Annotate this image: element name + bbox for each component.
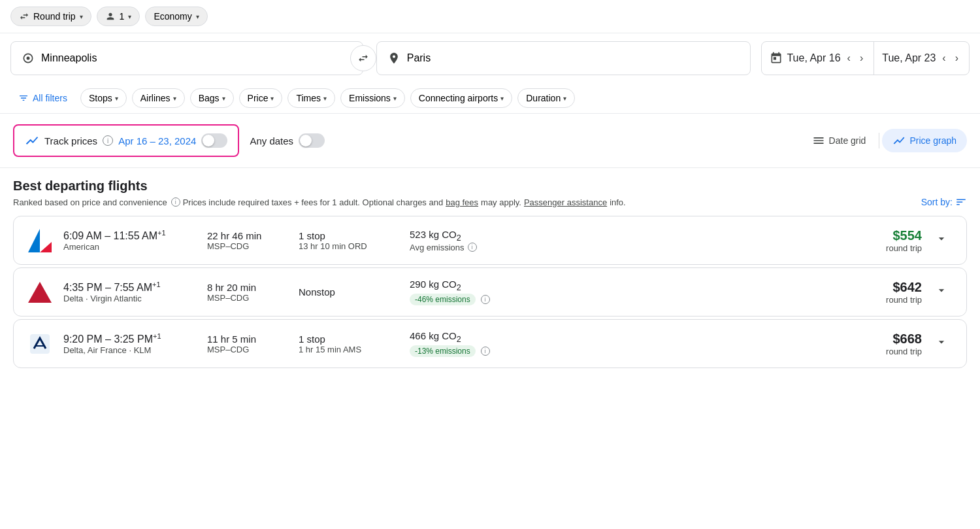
expand-button-1[interactable] xyxy=(930,279,953,305)
fees-note: Prices include required taxes + fees for… xyxy=(183,197,444,207)
expand-icon-2 xyxy=(935,335,948,349)
flight-price-label-2: round trip xyxy=(886,347,922,356)
any-dates-section: Any dates xyxy=(250,133,325,148)
airline-logo-af xyxy=(27,331,53,357)
emissions-info-1[interactable]: i xyxy=(481,295,490,304)
flight-airline-2: Delta, Air France · KLM xyxy=(63,345,194,355)
expand-button-0[interactable] xyxy=(930,227,953,254)
all-filters-button[interactable]: All filters xyxy=(10,89,75,107)
flight-time-range-0: 6:09 AM – 11:55 AM+1 xyxy=(63,229,194,242)
price-filter[interactable]: Price ▾ xyxy=(239,88,283,108)
round-trip-icon xyxy=(19,11,29,22)
flight-time-range-1: 4:35 PM – 7:55 AM+1 xyxy=(63,281,194,294)
flight-emissions-2: 466 kg CO2 -13% emissions i xyxy=(410,330,527,357)
flight-duration-1: 8 hr 20 min MSP–CDG xyxy=(207,282,286,303)
flight-emis-badge-1: -46% emissions i xyxy=(410,292,527,305)
flight-emis-badge-2: -13% emissions i xyxy=(410,344,527,357)
depart-date-field[interactable]: Tue, Apr 16 ‹ › xyxy=(762,42,874,75)
flight-co2-0: 523 kg CO2 xyxy=(410,229,527,243)
connecting-airports-filter[interactable]: Connecting airports ▾ xyxy=(410,88,512,108)
flight-avg-emis-0: Avg emissions i xyxy=(410,243,527,252)
price-chevron-icon: ▾ xyxy=(270,95,274,102)
flight-card-2[interactable]: 9:20 PM – 3:25 PM+1 Delta, Air France · … xyxy=(13,319,967,368)
price-graph-button[interactable]: Price graph xyxy=(882,129,967,152)
sort-button[interactable]: Sort by: xyxy=(921,196,967,208)
flight-price-0: $554 xyxy=(886,228,922,243)
flight-dur-route-2: MSP–CDG xyxy=(207,345,286,354)
bags-filter[interactable]: Bags ▾ xyxy=(190,88,234,108)
svg-marker-3 xyxy=(40,242,52,252)
flights-section: Best departing flights Ranked based on p… xyxy=(0,168,980,381)
duration-filter[interactable]: Duration ▾ xyxy=(517,88,575,108)
flight-price-wrap-1: $642 round trip xyxy=(886,280,922,305)
return-date-next[interactable]: › xyxy=(953,50,961,67)
track-prices-info-icon[interactable]: i xyxy=(103,135,113,146)
airline-logo-delta xyxy=(27,279,53,305)
ranked-info-icon[interactable]: i xyxy=(171,197,180,207)
flight-co2-2: 466 kg CO2 xyxy=(410,330,527,344)
flight-times-2: 9:20 PM – 3:25 PM+1 Delta, Air France · … xyxy=(63,332,194,355)
flight-stops-label-1: Nonstop xyxy=(299,286,397,298)
calendar-icon xyxy=(770,52,783,65)
origin-field[interactable] xyxy=(10,41,363,75)
pax-chevron-icon: ▾ xyxy=(128,13,131,20)
flight-co2-1: 290 kg CO2 xyxy=(410,279,527,292)
svg-marker-4 xyxy=(28,282,52,303)
flight-price-section-2: $668 round trip xyxy=(886,330,953,357)
passengers-selector[interactable]: 1 ▾ xyxy=(97,7,140,26)
flight-dur-route-1: MSP–CDG xyxy=(207,293,286,303)
origin-input[interactable] xyxy=(41,52,352,64)
stops-chevron-icon: ▾ xyxy=(115,95,118,102)
toggle-knob xyxy=(203,135,214,146)
flight-times-0: 6:09 AM – 11:55 AM+1 American xyxy=(63,229,194,252)
return-date-prev[interactable]: ‹ xyxy=(939,50,948,67)
track-prices-toggle[interactable] xyxy=(201,133,227,148)
cabin-class-label: Economy xyxy=(154,11,191,22)
airlines-chevron-icon: ▾ xyxy=(173,95,176,102)
track-prices-section: Track prices i Apr 16 – 23, 2024 xyxy=(13,124,239,157)
flight-price-2: $668 xyxy=(886,332,922,347)
view-divider xyxy=(879,133,879,148)
flight-duration-0: 22 hr 46 min MSP–CDG xyxy=(207,230,286,251)
depart-date-prev[interactable]: ‹ xyxy=(845,50,853,67)
times-chevron-icon: ▾ xyxy=(323,95,327,102)
bag-fees-link[interactable]: bag fees xyxy=(446,197,478,207)
airline-logo-american xyxy=(27,228,53,254)
american-airlines-logo xyxy=(28,229,52,252)
flight-card-1[interactable]: 4:35 PM – 7:55 AM+1 Delta · Virgin Atlan… xyxy=(13,267,967,316)
emissions-info-0[interactable]: i xyxy=(468,243,477,252)
expand-button-2[interactable] xyxy=(930,330,953,357)
depart-date-next[interactable]: › xyxy=(857,50,866,67)
flight-duration-2: 11 hr 5 min MSP–CDG xyxy=(207,333,286,354)
flight-time-range-2: 9:20 PM – 3:25 PM+1 xyxy=(63,332,194,345)
trip-type-selector[interactable]: Round trip ▾ xyxy=(10,7,91,26)
emissions-info-2[interactable]: i xyxy=(481,347,490,356)
flight-times-1: 4:35 PM – 7:55 AM+1 Delta · Virgin Atlan… xyxy=(63,281,194,303)
stops-filter[interactable]: Stops ▾ xyxy=(80,88,127,108)
track-bar: Track prices i Apr 16 – 23, 2024 Any dat… xyxy=(0,114,980,168)
search-row: Tue, Apr 16 ‹ › Tue, Apr 23 ‹ › xyxy=(0,33,980,83)
expand-icon-1 xyxy=(935,284,948,297)
passengers-count: 1 xyxy=(120,11,125,22)
date-grid-button[interactable]: Date grid xyxy=(802,129,877,152)
top-bar: Round trip ▾ 1 ▾ Economy ▾ xyxy=(0,0,980,33)
return-date-field[interactable]: Tue, Apr 23 ‹ › xyxy=(874,42,969,75)
any-dates-knob xyxy=(300,135,312,146)
destination-input[interactable] xyxy=(407,52,740,64)
flight-card[interactable]: 6:09 AM – 11:55 AM+1 American 22 hr 46 m… xyxy=(13,216,967,265)
ranked-note: Ranked based on price and convenience xyxy=(13,197,167,207)
cabin-class-selector[interactable]: Economy ▾ xyxy=(145,7,207,26)
times-filter[interactable]: Times ▾ xyxy=(287,88,335,108)
destination-field[interactable] xyxy=(376,41,751,75)
trip-type-label: Round trip xyxy=(33,11,76,22)
flight-stops-detail-2: 1 hr 15 min AMS xyxy=(299,345,397,354)
svg-point-1 xyxy=(27,57,30,60)
passenger-assistance-link[interactable]: Passenger assistance xyxy=(524,197,607,207)
flight-airline-0: American xyxy=(63,242,194,252)
flight-price-label-1: round trip xyxy=(886,295,922,305)
flight-stops-2: 1 stop 1 hr 15 min AMS xyxy=(299,333,397,354)
airlines-filter[interactable]: Airlines ▾ xyxy=(132,88,185,108)
emissions-filter[interactable]: Emissions ▾ xyxy=(340,88,405,108)
any-dates-toggle[interactable] xyxy=(299,133,325,148)
swap-button[interactable] xyxy=(350,45,376,71)
